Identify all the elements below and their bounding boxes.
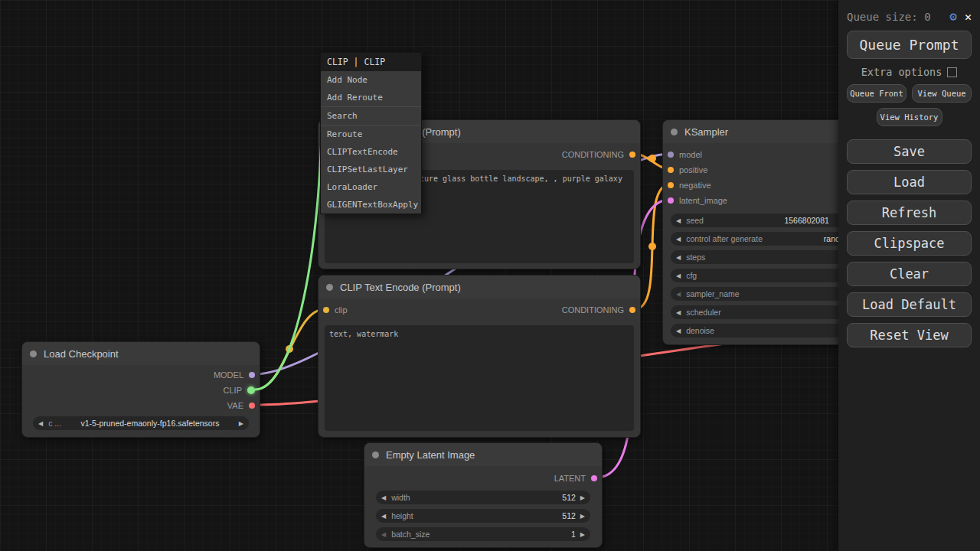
width-widget[interactable]: ◀ width 512 ▶: [376, 491, 590, 504]
widget-value: 1: [571, 530, 576, 539]
increment-arrow-icon[interactable]: ▶: [239, 420, 243, 427]
conditioning-slot-dot[interactable]: [629, 307, 635, 313]
output-slot-conditioning: CONDITIONING: [562, 150, 635, 159]
widget-label: steps: [686, 253, 705, 262]
decrement-arrow-icon[interactable]: ◀: [676, 328, 681, 334]
node-graph-canvas[interactable]: Load Checkpoint MODEL CLIP VAE: [0, 0, 980, 551]
collapse-dot-icon[interactable]: [372, 452, 379, 458]
increment-arrow-icon[interactable]: ▶: [580, 531, 585, 538]
model-input-dot[interactable]: [668, 152, 674, 158]
slot-row: CLIP: [22, 383, 260, 398]
decrement-arrow-icon[interactable]: ◀: [381, 531, 386, 538]
context-menu: CLIP | CLIP Add Node Add Reroute Search …: [320, 52, 422, 214]
output-slot-vae: VAE: [227, 401, 255, 410]
decrement-arrow-icon[interactable]: ◀: [676, 217, 681, 224]
clip-input-dot[interactable]: [323, 307, 329, 313]
increment-arrow-icon[interactable]: ▶: [580, 494, 585, 501]
link-midpoint-dot[interactable]: [286, 345, 293, 353]
output-slot-latent: LATENT: [554, 474, 597, 483]
menu-item-cliptextencode[interactable]: CLIPTextEncode: [321, 143, 421, 161]
decrement-arrow-icon[interactable]: ◀: [676, 254, 681, 261]
widget-label: height: [391, 511, 413, 520]
clipspace-button[interactable]: Clipspace: [847, 231, 972, 256]
settings-gear-icon[interactable]: ⚙: [949, 9, 957, 24]
clip-slot-dot[interactable]: [247, 386, 255, 394]
menu-item-gligentextboxapply[interactable]: GLIGENTextBoxApply: [321, 196, 421, 214]
ckpt-name-combo[interactable]: ◀ c ... v1-5-pruned-emaonly-fp16.safeten…: [33, 416, 249, 430]
menu-item-clipsetlastlayer[interactable]: CLIPSetLastLayer: [321, 161, 421, 178]
increment-arrow-icon[interactable]: ▶: [580, 513, 585, 520]
node-title: KSampler: [684, 126, 728, 138]
widget-label: sampler_name: [686, 289, 739, 298]
extra-options-checkbox[interactable]: [947, 67, 957, 77]
slot-label: negative: [679, 181, 711, 190]
node-title-bar[interactable]: CLIP Text Encode (Prompt): [318, 276, 640, 298]
context-menu-title: CLIP | CLIP: [321, 53, 421, 71]
slot-label: VAE: [227, 401, 243, 410]
positive-input-dot[interactable]: [668, 167, 674, 173]
slot-row: LATENT: [364, 471, 602, 486]
output-slot-clip: CLIP: [224, 386, 255, 395]
queue-front-button[interactable]: Queue Front: [847, 84, 906, 103]
decrement-arrow-icon[interactable]: ◀: [38, 420, 43, 427]
decrement-arrow-icon[interactable]: ◀: [676, 236, 681, 243]
negative-input-dot[interactable]: [668, 182, 674, 188]
model-slot-dot[interactable]: [249, 372, 255, 378]
collapse-dot-icon[interactable]: [326, 284, 333, 291]
latent-slot-dot[interactable]: [591, 475, 597, 481]
latent-input-dot[interactable]: [668, 197, 674, 204]
batch-size-widget[interactable]: ◀ batch_size 1 ▶: [376, 527, 590, 541]
node-empty-latent-image[interactable]: Empty Latent Image LATENT ◀ width 512 ▶ …: [364, 442, 603, 548]
queue-size-label: Queue size: 0: [847, 11, 931, 23]
menu-item-reroute[interactable]: Reroute: [321, 126, 421, 143]
prompt-textarea[interactable]: text, watermark: [325, 325, 634, 431]
widget-value: 512: [562, 511, 576, 520]
comfy-menu-panel: Queue size: 0 ⚙ ✕ Queue Prompt Extra opt…: [838, 0, 980, 551]
clear-button[interactable]: Clear: [847, 262, 972, 286]
collapse-dot-icon[interactable]: [671, 129, 678, 135]
decrement-arrow-icon[interactable]: ◀: [676, 309, 681, 316]
widget-label: control after generate: [686, 234, 763, 243]
node-clip-text-encode-negative[interactable]: CLIP Text Encode (Prompt) clip CONDITION…: [318, 275, 641, 438]
menu-item-add-node[interactable]: Add Node: [321, 71, 421, 89]
refresh-button[interactable]: Refresh: [847, 201, 972, 225]
slot-row: MODEL: [22, 367, 260, 383]
queue-prompt-button[interactable]: Queue Prompt: [847, 31, 972, 59]
decrement-arrow-icon[interactable]: ◀: [381, 513, 386, 520]
menu-item-search[interactable]: Search: [321, 107, 421, 125]
vae-slot-dot[interactable]: [249, 403, 255, 409]
conditioning-slot-dot[interactable]: [629, 152, 635, 158]
node-title-bar[interactable]: Load Checkpoint: [22, 342, 260, 365]
menu-item-loraloader[interactable]: LoraLoader: [321, 178, 421, 196]
link-midpoint-dot[interactable]: [648, 243, 656, 250]
node-load-checkpoint[interactable]: Load Checkpoint MODEL CLIP VAE: [21, 341, 260, 438]
node-title-bar[interactable]: Empty Latent Image: [364, 443, 602, 466]
input-slot-model: model: [668, 150, 702, 159]
node-title: CLIP Text Encode (Prompt): [340, 282, 461, 293]
save-button[interactable]: Save: [847, 139, 972, 164]
link-midpoint-dot[interactable]: [648, 155, 656, 162]
height-widget[interactable]: ◀ height 512 ▶: [376, 509, 590, 523]
node-title: Load Checkpoint: [44, 348, 119, 360]
wire-clip-link: [255, 309, 325, 390]
slot-label: CLIP: [224, 386, 242, 395]
menu-item-add-reroute[interactable]: Add Reroute: [321, 89, 421, 106]
widget-label: seed: [686, 216, 704, 225]
collapse-dot-icon[interactable]: [30, 350, 37, 357]
view-history-button[interactable]: View History: [877, 108, 942, 126]
slot-label: positive: [679, 165, 707, 174]
load-default-button[interactable]: Load Default: [847, 292, 972, 317]
output-slot-model: MODEL: [214, 370, 255, 380]
reset-view-button[interactable]: Reset View: [847, 323, 972, 347]
widget-label: c ...: [48, 419, 61, 428]
input-slot-latent-image: latent_image: [668, 196, 727, 205]
decrement-arrow-icon[interactable]: ◀: [676, 291, 681, 298]
decrement-arrow-icon[interactable]: ◀: [381, 494, 386, 501]
load-button[interactable]: Load: [847, 170, 972, 194]
slot-label: model: [679, 150, 702, 159]
widget-value: 1566802081: [784, 216, 828, 225]
decrement-arrow-icon[interactable]: ◀: [676, 272, 681, 279]
close-icon[interactable]: ✕: [965, 10, 972, 24]
widget-label: cfg: [686, 271, 697, 280]
view-queue-button[interactable]: View Queue: [912, 84, 972, 103]
